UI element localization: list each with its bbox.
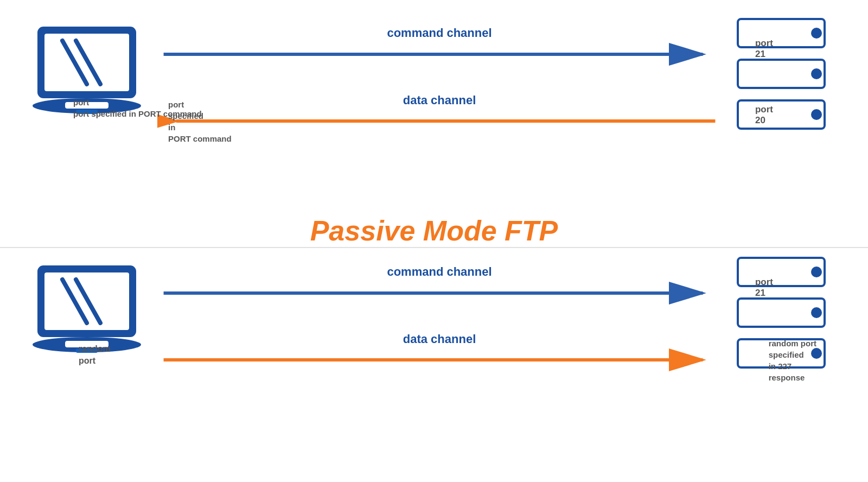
active-cmd-arrow — [157, 41, 722, 68]
active-arrows-area: command channel port21 data channel po — [157, 11, 722, 195]
svg-point-27 — [811, 307, 822, 318]
passive-data-port-right-label: random portspecifiedin 227response — [769, 338, 816, 383]
passive-data-channel-label: data channel — [403, 332, 476, 346]
active-server-icon — [732, 16, 841, 143]
active-data-port-right-label: port20 — [755, 104, 773, 126]
svg-point-10 — [811, 68, 822, 79]
svg-point-8 — [811, 28, 822, 39]
passive-cmd-port-label: port21 — [755, 277, 773, 299]
section-divider — [0, 247, 868, 248]
passive-cmd-arrow — [157, 280, 722, 307]
passive-data-port-left-label: randomport — [79, 343, 111, 367]
svg-point-25 — [811, 267, 822, 277]
active-mode-title: Active Mode FTP — [0, 0, 868, 3]
passive-cmd-channel-label: command channel — [387, 265, 492, 279]
active-data-arrow — [157, 107, 722, 135]
active-port-specified-text: portspecifiedinPORT command — [168, 99, 232, 144]
svg-point-12 — [811, 109, 822, 120]
active-cmd-channel-label: command channel — [387, 26, 492, 40]
active-cmd-port-label: port21 — [755, 38, 773, 60]
passive-arrows-area: command channel port21 data channel ra — [157, 250, 722, 434]
passive-data-arrow — [157, 346, 722, 373]
passive-mode-title: Passive Mode FTP — [0, 214, 868, 247]
active-data-channel-label: data channel — [403, 93, 476, 107]
